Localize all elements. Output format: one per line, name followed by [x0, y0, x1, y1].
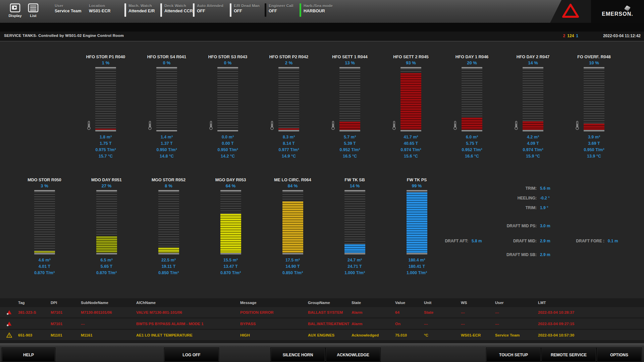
tank-density: 0.850 T/m³	[282, 270, 303, 276]
tank-gauge[interactable]	[282, 190, 303, 254]
alarm-cell-groupname: AUX ENGINES	[306, 333, 350, 337]
tank-percent: 93 %	[406, 60, 416, 66]
alarm-cell-dpi: M1101	[49, 333, 79, 337]
alarm-cell-unit: ---	[422, 322, 459, 326]
tank-values: 0.0 m³0.00 T0.950 T/m³14.2 °C	[217, 134, 238, 160]
display-button[interactable]: Display	[7, 3, 23, 18]
tank-gauge[interactable]	[344, 190, 365, 254]
alarm-header-tag: Tag	[16, 301, 49, 305]
silence-horn-button[interactable]: SILENCE HORN	[270, 348, 325, 362]
tank-weight: 5.39 T	[339, 140, 360, 147]
gauge-fill	[462, 118, 482, 130]
status-field-label: Auto Attended	[197, 3, 223, 8]
status-indicator-bar	[265, 3, 266, 17]
tank-values: 17.5 m³14.90 T0.850 T/m³	[282, 257, 303, 276]
tank-gauge[interactable]	[96, 190, 117, 254]
alarm-row[interactable]: M7101---BWTS PS BYPASS ALARM - MODE 1BYP…	[0, 318, 644, 330]
tank-gauge[interactable]	[217, 67, 238, 131]
alarm-unacknowledged-icon	[0, 321, 16, 326]
tank-percent: 10 %	[589, 60, 599, 66]
tank-name: HFO STOR P1 R040	[86, 54, 125, 60]
list-button[interactable]: List	[25, 3, 41, 18]
tank-gauge[interactable]	[584, 67, 604, 131]
gauge-fill	[339, 122, 360, 130]
tank-name: MDO DAY R051	[91, 177, 122, 183]
tank-gauge[interactable]	[156, 67, 177, 131]
tank-gauge[interactable]	[278, 67, 299, 131]
tank-gauge[interactable]	[462, 67, 482, 131]
log-off-button[interactable]: LOG OFF	[164, 348, 219, 362]
gauge-tube	[462, 69, 482, 130]
tank-volume: 0.0 m³	[217, 134, 238, 140]
tank-values: 4.6 m³4.01 T0.870 T/m³	[34, 257, 55, 276]
alarm-row[interactable]: 381-323-SM7101M7130-801101/06VALVE M7130…	[0, 307, 644, 318]
tank-gauge[interactable]	[34, 190, 55, 254]
tank-name: HFO DAY 2 R047	[517, 54, 550, 60]
tank-name: HFO STOR P2 R042	[269, 54, 308, 60]
gauge-tube	[34, 192, 55, 253]
tank-gauge[interactable]	[220, 190, 241, 254]
tank-gauge[interactable]	[523, 67, 543, 131]
alarm-corner[interactable]	[550, 0, 591, 23]
status-field-location: LocationWS01-ECR	[89, 3, 124, 17]
status-field-label: Mach. Watch	[128, 3, 155, 8]
alarm-cell-ws: ---	[459, 310, 493, 314]
tank-weight: 19.11 T	[158, 263, 179, 270]
status-indicator-bar	[160, 3, 162, 17]
gauge-fill	[523, 121, 543, 130]
gauge-fill	[407, 192, 427, 253]
tank-volume: 22.5 m³	[158, 257, 179, 263]
alarm-cell-dpi: M7101	[49, 322, 79, 326]
alarm-triangle-icon	[562, 3, 579, 20]
alarm-count: 2	[563, 34, 566, 38]
tank-volume: 17.5 m³	[282, 257, 303, 263]
tank-hfo-sett-1-r044: HFO SETT 1 R04413 %5.7 m³5.39 T0.952 T/m…	[319, 54, 380, 160]
tank-volume: 24.7 m³	[344, 257, 365, 263]
alarm-cell-groupname: BALLAST SYSTEM	[306, 310, 350, 314]
gauge-tube	[220, 192, 241, 253]
alarm-header-alchname: AlChName	[134, 301, 238, 305]
tank-percent: 0 %	[224, 60, 231, 66]
acknowledge-button[interactable]: ACKNOWLEDGE	[325, 348, 381, 362]
alarm-counters[interactable]: 21241	[561, 34, 578, 38]
gauge-cap-top	[344, 190, 365, 191]
tank-gauge[interactable]	[339, 67, 360, 131]
tank-hfo-day-1-r046: HFO DAY 1 R04620 %6.0 m³5.75 T0.952 T/m³…	[441, 54, 502, 160]
tank-gauge[interactable]	[400, 67, 421, 131]
clock: 2022-03-04 11:12:42	[603, 34, 641, 38]
tank-gauge[interactable]	[407, 190, 427, 254]
gauge-cap-top	[158, 190, 179, 191]
tank-temperature: 15.9 °C	[523, 153, 543, 160]
tank-volume: 3.9 m³	[584, 134, 604, 140]
gauge-cap-bottom	[523, 130, 543, 131]
gauge-cap-top	[339, 67, 360, 68]
remote-service-button[interactable]: REMOTE SERVICE	[541, 348, 596, 362]
status-indicator-bar	[124, 3, 126, 17]
tank-density: 0.950 T/m³	[217, 147, 238, 153]
help-button[interactable]: HELP	[2, 348, 55, 362]
tank-values: 24.7 m³24.71 T1.000 T/m³	[344, 257, 365, 276]
gauge-cap-top	[34, 190, 55, 191]
tank-fo-overf-r048: FO OVERF. R04810 %3.9 m³3.69 T0.950 T/m³…	[564, 54, 625, 160]
tank-name: MGO DAY R053	[215, 177, 246, 183]
gauge-tube	[584, 69, 604, 130]
tank-gauge[interactable]	[95, 67, 116, 131]
tank-density: 0.974 T/m³	[400, 147, 421, 153]
tank-temperature: 14.2 °C	[217, 153, 238, 160]
tank-mgo-stor-r052: MGO STOR R0528 %22.5 m³19.11 T0.850 T/m³	[138, 177, 200, 276]
tank-volume: 8.3 m³	[278, 134, 299, 140]
alarm-header-dpi: DPI	[49, 301, 79, 305]
tank-temperature: 16.5 °C	[339, 153, 360, 160]
alarm-cell-unit: State	[422, 310, 459, 314]
gauge-tube	[278, 69, 299, 130]
tank-density: 0.870 T/m³	[220, 270, 241, 276]
touch-setup-button[interactable]: TOUCH SETUP	[486, 348, 541, 362]
alarm-row[interactable]: 651-903M1101M1161AE1 LO INLET TEMPERATUR…	[0, 330, 644, 341]
tank-row-hfo: HFO STOR P1 R0401 %1.8 m³1.75 T0.975 T/m…	[75, 54, 644, 160]
thermometer-icon	[209, 121, 213, 131]
options-button[interactable]: OPTIONS	[596, 348, 642, 362]
status-indicator-bar	[300, 3, 301, 17]
tank-gauge[interactable]	[158, 190, 179, 254]
gauge-fill	[220, 214, 241, 253]
status-field-harb-sea-mode: Harb./Sea modeHARBOUR	[300, 3, 340, 17]
